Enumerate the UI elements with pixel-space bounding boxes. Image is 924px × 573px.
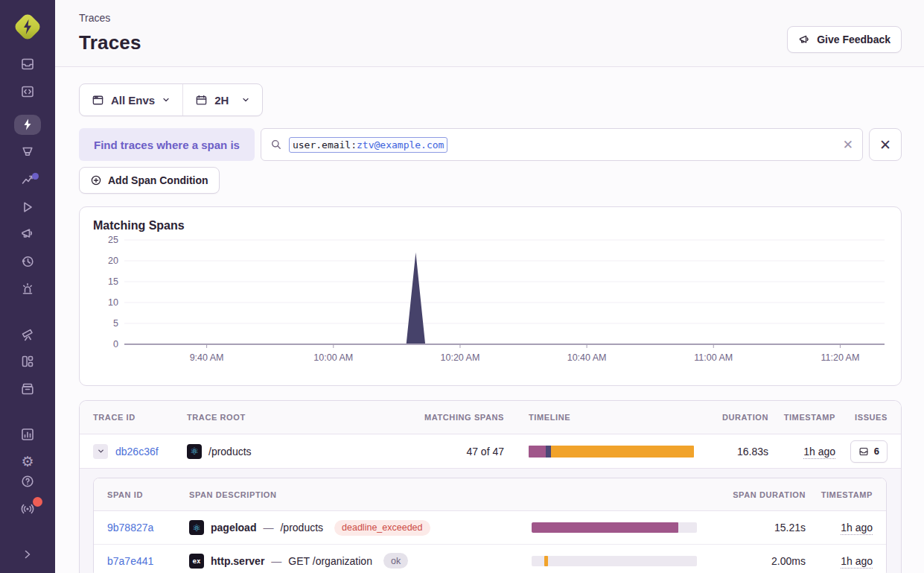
dash-separator: — <box>271 555 281 567</box>
span-timestamp[interactable]: 1h ago <box>841 522 873 535</box>
col-issues: Issues <box>835 413 888 422</box>
col-timestamp: Timestamp <box>768 413 835 422</box>
play-icon <box>20 200 35 215</box>
matching-spans-count: 47 of 47 <box>392 446 504 458</box>
col-span-id: Span ID <box>107 490 189 499</box>
svg-text:9:40 AM: 9:40 AM <box>190 352 224 363</box>
react-platform-icon: ⚛ <box>187 444 202 459</box>
components-icon <box>20 354 35 369</box>
sidebar-item-traces[interactable] <box>14 115 41 135</box>
sidebar-collapse-toggle[interactable] <box>14 544 41 564</box>
sidebar-item-releases[interactable] <box>14 252 41 272</box>
lightning-icon <box>20 117 35 132</box>
sidebar-item-alerts[interactable] <box>14 224 41 244</box>
page-title: Traces <box>79 31 141 54</box>
dash-separator: — <box>263 522 273 534</box>
give-feedback-button[interactable]: Give Feedback <box>787 26 902 53</box>
trace-timestamp[interactable]: 1h ago <box>803 446 835 459</box>
plus-circle-icon <box>90 174 102 186</box>
express-platform-icon: ex <box>189 554 204 569</box>
chevron-right-icon <box>22 548 34 560</box>
search-filter-token[interactable]: user.email:ztv@example.com <box>289 137 448 153</box>
time-range-filter[interactable]: 2H <box>183 84 262 115</box>
span-status-badge: deadline_exceeded <box>334 520 430 536</box>
sidebar-item-help[interactable] <box>14 472 41 492</box>
siren-icon <box>20 282 35 297</box>
inbox-icon <box>858 446 869 457</box>
telescope-icon <box>20 327 35 342</box>
span-duration-bar <box>532 556 697 566</box>
timeline-segment <box>551 446 694 458</box>
sidebar-item-projects[interactable] <box>14 81 41 101</box>
span-table: Span ID Span Description Span Duration T… <box>93 478 887 573</box>
environment-filter[interactable]: All Envs <box>80 84 182 115</box>
condition-prefix-label: Find traces where a span is <box>79 128 255 161</box>
span-duration: 2.00ms <box>710 555 806 567</box>
sidebar-item-components[interactable] <box>14 352 41 372</box>
page-header: Traces Traces Give Feedback <box>55 0 924 67</box>
trace-id-link[interactable]: db26c36f <box>115 446 159 458</box>
col-trace-id: Trace ID <box>93 413 187 422</box>
svg-text:10:20 AM: 10:20 AM <box>441 352 480 363</box>
token-value: ztv@example.com <box>357 139 444 151</box>
trace-row: db26c36f ⚛ /products 47 of 47 16.83s 1h … <box>80 434 901 468</box>
span-row: b7a7e441 ex http.server — GET /organizat… <box>94 544 886 573</box>
collapse-trace-button[interactable] <box>93 444 108 459</box>
span-search-input[interactable]: user.email:ztv@example.com ✕ <box>261 128 863 161</box>
sidebar-item-insights[interactable] <box>14 170 41 190</box>
search-icon <box>270 139 282 151</box>
chevron-down-icon <box>241 95 250 104</box>
sidebar-item-settings[interactable]: ⚙ <box>14 452 41 472</box>
trace-table-header: Trace ID Trace Root Matching Spans Timel… <box>80 401 901 434</box>
calendar-icon <box>195 94 208 107</box>
sidebar-item-whats-new[interactable] <box>14 498 41 519</box>
span-duration-fill <box>544 556 548 566</box>
remove-condition-button[interactable]: ✕ <box>869 128 902 161</box>
matching-spans-chart[interactable]: 05101520259:40 AM10:00 AM10:20 AM10:40 A… <box>93 232 888 365</box>
svg-text:11:00 AM: 11:00 AM <box>694 352 733 363</box>
main-area: Traces Traces Give Feedback All Envs <box>55 0 924 573</box>
gear-icon: ⚙ <box>21 455 34 469</box>
trace-issues-button[interactable]: 6 <box>850 440 888 463</box>
svg-text:5: 5 <box>113 318 118 329</box>
span-op: pageload <box>211 522 256 534</box>
logo-bolt-icon <box>11 10 44 43</box>
search-clear-icon[interactable]: ✕ <box>843 139 853 151</box>
sidebar-item-crons[interactable] <box>14 279 41 299</box>
svg-text:11:20 AM: 11:20 AM <box>821 352 859 363</box>
sidebar: ⚙ <box>0 0 55 573</box>
svg-text:10:00 AM: 10:00 AM <box>313 352 353 363</box>
new-feature-dot <box>32 173 39 180</box>
svg-text:25: 25 <box>108 235 118 245</box>
issues-count: 6 <box>874 446 879 457</box>
react-platform-icon: ⚛ <box>189 520 204 535</box>
give-feedback-label: Give Feedback <box>817 34 890 45</box>
col-span-timestamp: Timestamp <box>806 490 873 499</box>
svg-text:15: 15 <box>108 276 118 287</box>
span-description: GET /organization <box>288 555 372 567</box>
matching-spans-chart-card: Matching Spans 05101520259:40 AM10:00 AM… <box>79 206 902 386</box>
add-span-condition-label: Add Span Condition <box>108 174 208 186</box>
archive-box-icon <box>20 382 35 396</box>
svg-text:20: 20 <box>108 256 118 266</box>
sidebar-item-replays[interactable] <box>14 197 41 217</box>
code-folder-icon <box>20 84 35 99</box>
span-duration-fill <box>532 522 678 533</box>
history-clock-icon <box>20 254 35 269</box>
trace-timeline-bar[interactable] <box>529 446 694 458</box>
sidebar-item-boards[interactable] <box>14 379 41 399</box>
span-id-link[interactable]: b7a7e441 <box>107 555 153 567</box>
breadcrumb[interactable]: Traces <box>79 12 141 24</box>
sentry-logo-icon[interactable] <box>11 10 44 35</box>
chevron-down-icon <box>97 447 105 455</box>
sidebar-item-profiles[interactable] <box>14 142 41 162</box>
sidebar-item-issues[interactable] <box>14 54 41 75</box>
sidebar-item-stats[interactable] <box>14 424 41 444</box>
span-timestamp[interactable]: 1h ago <box>841 555 873 569</box>
add-span-condition-button[interactable]: Add Span Condition <box>79 167 220 194</box>
span-id-link[interactable]: 9b78827a <box>107 522 153 534</box>
svg-text:10:40 AM: 10:40 AM <box>567 352 607 363</box>
megaphone-icon <box>20 227 35 241</box>
span-row: 9b78827a ⚛ pageload — /products deadline… <box>94 511 886 544</box>
sidebar-item-discover[interactable] <box>14 324 41 344</box>
